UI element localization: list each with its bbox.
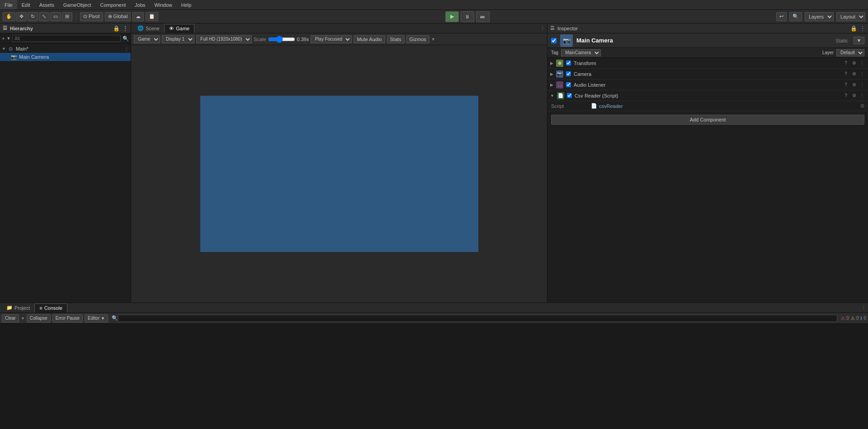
pivot-btn[interactable]: ⊙ Pivot [80,12,103,21]
script-property-value[interactable]: 📄 csvReader [591,103,623,109]
hierarchy-more-icon[interactable]: ⋮ [123,25,128,32]
hierarchy-item-main[interactable]: ▼ ⊙ Main* ⋮ [0,45,131,53]
tab-console[interactable]: ≡ Console [34,303,67,312]
menu-component[interactable]: Component [95,0,130,9]
hierarchy-menu-icon[interactable]: ☰ [3,25,7,31]
inspector-lock-icon[interactable]: 🔒 [850,25,857,32]
audio-help-icon[interactable]: ? [843,82,849,88]
component-script[interactable]: ▼ 📄 Csv Reader (Script) ? ⚙ ⋮ [547,90,868,101]
script-more-icon[interactable]: ⋮ [859,93,865,99]
layers-dropdown[interactable]: Layers [805,12,834,21]
menu-jobs[interactable]: Jobs [130,0,150,9]
camera-name: Camera [574,71,840,77]
scene-tab-icon: 🌐 [137,25,144,31]
transform-settings-icon[interactable]: ⚙ [851,60,857,66]
component-transform[interactable]: ▶ ⊕ Transform ? ⚙ ⋮ [547,58,868,69]
inspector-menu-icon[interactable]: ☰ [550,25,555,31]
camera-settings-icon[interactable]: ⚙ [851,71,857,77]
static-label: Static [836,38,849,43]
error-counter: ⚠ 0 [841,316,849,321]
inspector-more-icon[interactable]: ⋮ [860,25,865,32]
script-property-row: Script 📄 csvReader ⊙ [547,101,868,111]
hierarchy-item-camera[interactable]: 📷 Main Camera [0,53,131,61]
display1-dropdown[interactable]: Display 1 [162,35,194,43]
script-help-icon[interactable]: ? [843,93,849,99]
script-property-label: Script [551,103,587,109]
main-more-icon[interactable]: ⋮ [124,47,129,51]
game-dropdown[interactable]: Game [134,35,160,43]
menu-edit[interactable]: Edit [17,0,35,9]
clear-button[interactable]: Clear [2,314,19,322]
script-circle-icon[interactable]: ⊙ [860,103,864,109]
menu-bar: File Edit Assets GameObject Component Jo… [0,0,868,10]
main-toolbar: ✋ ✥ ↻ ⤡ ▭ ⊞ ⊙ Pivot ⊕ Global ☁ 📋 ▶ ⏸ ⏭ ↩… [0,10,868,23]
hierarchy-search-input[interactable] [12,35,121,42]
add-icon[interactable]: + [2,36,5,41]
global-btn[interactable]: ⊕ Global [105,12,131,21]
search-btn[interactable]: 🔍 [789,12,802,21]
menu-assets[interactable]: Assets [35,0,59,9]
component-audio[interactable]: ▶ 🎧 Audio Listener ? ⚙ ⋮ [547,79,868,90]
play-focused-dropdown[interactable]: Play Focused [311,35,352,43]
audio-more-icon[interactable]: ⋮ [859,82,865,88]
move-tool-btn[interactable]: ✥ [16,12,27,21]
clear-dropdown-icon[interactable]: ▼ [21,316,25,321]
hand-tool-btn[interactable]: ✋ [3,12,15,21]
error-pause-button[interactable]: Error Pause [52,314,83,322]
rotate-tool-btn[interactable]: ↻ [28,12,38,21]
tab-project[interactable]: 📁 Project [2,303,34,312]
scale-tool-btn[interactable]: ⤡ [39,12,49,21]
scale-slider[interactable] [268,36,295,42]
static-button[interactable]: ▼ [854,37,864,44]
layout-dropdown[interactable]: Layout [836,12,865,21]
add-component-button[interactable]: Add Component [551,115,864,125]
transform-help-icon[interactable]: ? [843,60,849,66]
tab-game[interactable]: 👁 Game [164,24,194,33]
camera-help-icon[interactable]: ? [843,71,849,77]
hierarchy-title: Hierarchy [10,26,33,31]
audio-comp-icons: ? ⚙ ⋮ [843,82,865,88]
inspector-object-name: Main Camera [576,37,832,44]
collab-btn[interactable]: 📋 [146,12,158,21]
transform-enabled-check[interactable] [566,61,571,65]
tab-scene[interactable]: 🌐 Scene [133,24,164,33]
transform-more-icon[interactable]: ⋮ [859,60,865,66]
hierarchy-lock-icon[interactable]: 🔒 [113,25,120,32]
gizmos-btn[interactable]: Gizmos [406,35,429,43]
camera-enabled-check[interactable] [566,71,571,76]
menu-gameobject[interactable]: GameObject [59,0,96,9]
component-camera[interactable]: ▶ 📷 Camera ? ⚙ ⋮ [547,69,868,79]
audio-settings-icon[interactable]: ⚙ [851,82,857,88]
stats-btn[interactable]: Stats [387,35,405,43]
main-content: ☰ Hierarchy 🔒 ⋮ + ▼ 🔍 ▼ ⊙ Main* ⋮ 📷 Main… [0,23,868,303]
collapse-button[interactable]: Collapse [27,314,51,322]
audio-enabled-check[interactable] [566,82,571,87]
object-enabled-checkbox[interactable] [551,38,557,43]
menu-file[interactable]: File [0,0,17,9]
step-button[interactable]: ⏭ [476,11,490,22]
console-search-input[interactable] [118,315,837,322]
add-chevron[interactable]: ▼ [6,36,10,41]
mute-audio-btn[interactable]: Mute Audio [354,35,385,43]
rect-tool-btn[interactable]: ▭ [50,12,61,21]
menu-help[interactable]: Help [177,0,196,9]
game-view-more-icon[interactable]: ⋮ [540,25,545,31]
gizmos-chevron-icon[interactable]: ▼ [431,37,435,42]
resolution-dropdown[interactable]: Full HD (1920x1080) [196,35,252,43]
play-button[interactable]: ▶ [445,11,459,22]
layer-dropdown[interactable]: Default [836,49,864,56]
transform-tool-btn[interactable]: ⊞ [62,12,72,21]
transform-comp-icons: ? ⚙ ⋮ [843,60,865,66]
menu-window[interactable]: Window [150,0,177,9]
console-content [0,324,868,429]
script-enabled-check[interactable] [567,93,572,98]
undo-btn[interactable]: ↩ [776,12,787,21]
hierarchy-search-icon[interactable]: 🔍 [123,36,129,42]
tag-dropdown[interactable]: MainCamera [561,49,601,56]
cloud-btn[interactable]: ☁ [132,12,144,21]
bottom-more-icon[interactable]: ⋮ [861,305,866,311]
pause-button[interactable]: ⏸ [461,11,474,22]
editor-button[interactable]: Editor ▼ [85,314,108,322]
camera-more-icon[interactable]: ⋮ [859,71,865,77]
script-settings-icon[interactable]: ⚙ [851,93,857,99]
